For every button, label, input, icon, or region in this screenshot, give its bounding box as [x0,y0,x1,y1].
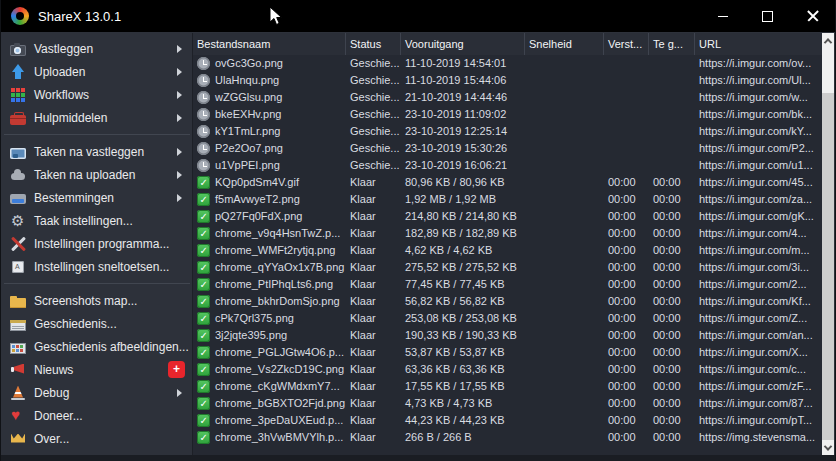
folder-icon [10,298,26,308]
sidebar-item-donate[interactable]: Doneer... [2,404,192,427]
table-row[interactable]: wZGGlsu.pngGeschie...21-10-2019 14:44:46… [193,89,834,106]
check-icon [197,397,210,410]
table-row[interactable]: chrome_cKgWMdxmY7...Klaar17,55 KB / 17,5… [193,378,834,395]
history-icon [197,142,210,155]
file-name: chrome_PGLJGtw4O6.p... [215,344,344,361]
scrollbar-thumb[interactable] [822,93,834,440]
sidebar-item-workflows[interactable]: Workflows [2,83,192,106]
sidebar-item-history[interactable]: Geschiedenis... [2,312,192,335]
table-row[interactable]: chrome_3hVwBMVYlh.p...Klaar266 B / 266 B… [193,429,834,446]
elapsed-cell: 00:00 [604,174,649,191]
check-icon [197,227,210,240]
status-cell: Geschie... [346,89,401,106]
table-row[interactable]: pQ27Fq0FdX.pngKlaar214,80 KB / 214,80 KB… [193,208,834,225]
url-cell: https://i.imgur.com/87... [695,395,834,412]
file-name: ovGc3Go.png [215,55,283,72]
sidebar-item-about[interactable]: Over... [2,427,192,450]
file-name: chrome_Vs2ZkcD19C.png [215,361,344,378]
maximize-button[interactable] [745,0,790,32]
table-row[interactable]: chrome_v9q4HsnTwZ.p...Klaar182,89 KB / 1… [193,225,834,242]
upload-table: ovGc3Go.pngGeschie...11-10-2019 14:54:01… [193,55,834,446]
sidebar-item-hotkey-settings[interactable]: Instellingen sneltoetsen... [2,255,192,278]
table-row[interactable]: bkeEXHv.pngGeschie...23-10-2019 11:09:02… [193,106,834,123]
table-row[interactable]: 3j2jqte395.pngKlaar190,33 KB / 190,33 KB… [193,327,834,344]
scroll-down-button[interactable] [822,440,834,455]
table-row[interactable]: chrome_PtIPhqLts6.pngKlaar77,45 KB / 77,… [193,276,834,293]
sidebar-item-after-upload-tasks[interactable]: Taken na uploaden [2,163,192,186]
status-cell: Klaar [346,208,401,225]
file-name: u1VpPEI.png [215,157,280,174]
status-cell: Geschie... [346,106,401,123]
table-row[interactable]: chrome_bGBXTO2Fjd.pngKlaar4,73 KB / 4,73… [193,395,834,412]
status-cell: Klaar [346,310,401,327]
table-row[interactable]: chrome_qYYaOx1x7B.pngKlaar275,52 KB / 27… [193,259,834,276]
minimize-button[interactable] [700,0,745,32]
progress-cell: 214,80 KB / 214,80 KB [401,208,525,225]
status-cell: Geschie... [346,55,401,72]
sidebar-item-image-history[interactable]: Geschiedenis afbeeldingen... [2,335,192,358]
elapsed-cell [604,106,649,123]
sidebar-item-label: Uploaden [34,65,85,79]
sidebar-item-tools[interactable]: Hulpmiddelen [2,106,192,129]
megaphone-icon [10,362,26,378]
sidebar-item-capture[interactable]: Vastleggen [2,37,192,60]
column-header-elapsed[interactable]: Verst... [604,33,649,55]
column-header-progress[interactable]: Vooruitgang [401,33,525,55]
table-row[interactable]: chrome_PGLJGtw4O6.p...Klaar53,87 KB / 53… [193,344,834,361]
check-icon [197,380,210,393]
key-icon [12,261,24,273]
progress-cell: 266 B / 266 B [401,429,525,446]
name-cell: chrome_3hVwBMVYlh.p... [193,429,346,446]
status-cell: Klaar [346,293,401,310]
history-icon [197,91,210,104]
sidebar-item-news[interactable]: Nieuws+ [2,358,192,381]
speed-cell [525,361,604,378]
remaining-cell [649,106,695,123]
table-row[interactable]: u1VpPEI.pngGeschie...23-10-2019 16:06:21… [193,157,834,174]
chevron-up-icon [824,38,832,46]
column-header-speed[interactable]: Snelheid [525,33,604,55]
elapsed-cell: 00:00 [604,208,649,225]
speed-cell [525,106,604,123]
progress-cell: 77,45 KB / 77,45 KB [401,276,525,293]
table-row[interactable]: P2e2Oo7.pngGeschie...23-10-2019 15:30:26… [193,140,834,157]
remaining-cell [649,157,695,174]
scroll-up-button[interactable] [822,33,834,48]
progress-cell: 4,62 KB / 4,62 KB [401,242,525,259]
progress-cell: 190,33 KB / 190,33 KB [401,327,525,344]
vertical-scrollbar[interactable] [822,33,834,455]
column-header-url[interactable]: URL [695,33,834,55]
elapsed-cell: 00:00 [604,225,649,242]
sidebar-item-after-capture-tasks[interactable]: Taken na vastleggen [2,140,192,163]
name-cell: chrome_cKgWMdxmY7... [193,378,346,395]
sidebar-item-destinations[interactable]: Bestemmingen [2,186,192,209]
column-header-name[interactable]: Bestandsnaam [193,33,346,55]
table-row[interactable]: chrome_Vs2ZkcD19C.pngKlaar63,36 KB / 63,… [193,361,834,378]
column-header-remaining[interactable]: Te g... [649,33,695,55]
elapsed-cell: 00:00 [604,412,649,429]
speed-cell [525,242,604,259]
table-row[interactable]: cPk7Qrl375.pngKlaar253,08 KB / 253,08 KB… [193,310,834,327]
table-row[interactable]: KQp0pdSm4V.gifKlaar80,96 KB / 80,96 KB00… [193,174,834,191]
sidebar-item-screenshots-folder[interactable]: Screenshots map... [2,289,192,312]
table-row[interactable]: chrome_WMFt2rytjq.pngKlaar4,62 KB / 4,62… [193,242,834,259]
table-row[interactable]: f5mAvwyeT2.pngKlaar1,92 MB / 1,92 MB00:0… [193,191,834,208]
table-row[interactable]: UlaHnqu.pngGeschie...11-10-2019 15:44:06… [193,72,834,89]
url-cell: https://i.imgur.com/Ul... [695,72,834,89]
table-row[interactable]: kY1TmLr.pngGeschie...23-10-2019 12:25:14… [193,123,834,140]
history-icon [197,125,210,138]
title-bar: ShareX 13.0.1 [1,0,835,32]
sidebar-item-upload[interactable]: Uploaden [2,60,192,83]
sidebar-item-task-settings[interactable]: Taak instellingen... [2,209,192,232]
sidebar-item-application-settings[interactable]: Instellingen programma... [2,232,192,255]
column-header-status[interactable]: Status [346,33,401,55]
close-button[interactable] [790,0,835,32]
remaining-cell: 00:00 [649,395,695,412]
table-row[interactable]: chrome_bkhrDomSjo.pngKlaar56,82 KB / 56,… [193,293,834,310]
status-cell: Klaar [346,429,401,446]
speed-cell [525,344,604,361]
table-row[interactable]: ovGc3Go.pngGeschie...11-10-2019 14:54:01… [193,55,834,72]
heart-icon [10,408,26,424]
table-row[interactable]: chrome_3peDaUXEud.p...Klaar44,23 KB / 44… [193,412,834,429]
sidebar-item-debug[interactable]: Debug [2,381,192,404]
